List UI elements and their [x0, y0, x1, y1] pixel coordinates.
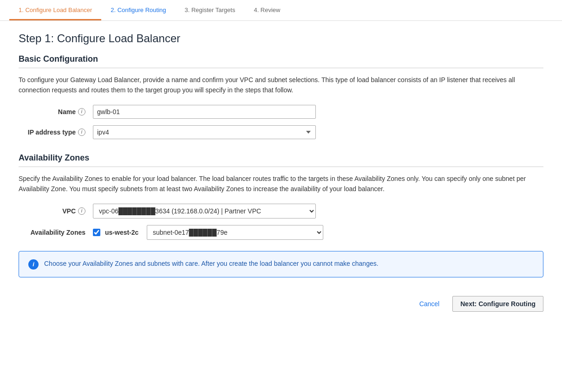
name-info-icon[interactable]: i	[78, 108, 85, 116]
vpc-label: VPC i	[19, 207, 93, 215]
main-content: Step 1: Configure Load Balancer Basic Co…	[0, 21, 562, 328]
name-field-row: Name i	[19, 105, 543, 119]
az-subnet-select[interactable]: subnet-0e17██████79e	[147, 225, 323, 240]
ip-type-select[interactable]: ipv4 dualstack	[93, 125, 316, 139]
az-zones-label: Availability Zones	[19, 229, 93, 236]
az-title: Availability Zones	[19, 153, 543, 163]
az-checkbox[interactable]	[93, 229, 100, 236]
vpc-field-row: VPC i vpc-06████████3634 (192.168.0.0/24…	[19, 204, 543, 218]
wizard-step-1[interactable]: 1. Configure Load Balancer	[9, 0, 101, 20]
info-banner-icon: i	[28, 259, 39, 270]
basic-config-description: To configure your Gateway Load Balancer,…	[19, 75, 543, 96]
page-title: Step 1: Configure Load Balancer	[19, 32, 543, 45]
basic-config-divider	[19, 68, 543, 68]
vpc-select[interactable]: vpc-06████████3634 (192.168.0.0/24) | Pa…	[93, 204, 316, 218]
ip-type-field-row: IP address type i ipv4 dualstack	[19, 125, 543, 139]
wizard-step-3[interactable]: 3. Register Targets	[176, 0, 245, 20]
wizard-step-2[interactable]: 2. Configure Routing	[101, 0, 175, 20]
ip-type-label: IP address type i	[19, 129, 93, 136]
info-banner: i Choose your Availability Zones and sub…	[19, 251, 543, 277]
info-banner-text: Choose your Availability Zones and subne…	[44, 259, 379, 269]
az-description: Specify the Availability Zones to enable…	[19, 174, 543, 194]
name-label: Name i	[19, 108, 93, 116]
basic-config-title: Basic Configuration	[19, 54, 543, 64]
basic-config-section: Basic Configuration To configure your Ga…	[19, 54, 543, 139]
az-zone-row: us-west-2c subnet-0e17██████79e	[93, 225, 323, 240]
ip-type-info-icon[interactable]: i	[78, 129, 85, 136]
cancel-button[interactable]: Cancel	[414, 296, 445, 311]
az-zone-name: us-west-2c	[105, 229, 142, 236]
wizard-step-4[interactable]: 4. Review	[244, 0, 289, 20]
wizard-steps: 1. Configure Load Balancer 2. Configure …	[0, 0, 562, 21]
az-divider	[19, 167, 543, 167]
az-field-row: Availability Zones us-west-2c subnet-0e1…	[19, 225, 543, 240]
vpc-info-icon[interactable]: i	[78, 207, 85, 215]
footer-actions: Cancel Next: Configure Routing	[19, 291, 543, 316]
az-section: Availability Zones Specify the Availabil…	[19, 153, 543, 240]
next-button[interactable]: Next: Configure Routing	[452, 296, 543, 312]
name-input[interactable]	[93, 105, 316, 119]
